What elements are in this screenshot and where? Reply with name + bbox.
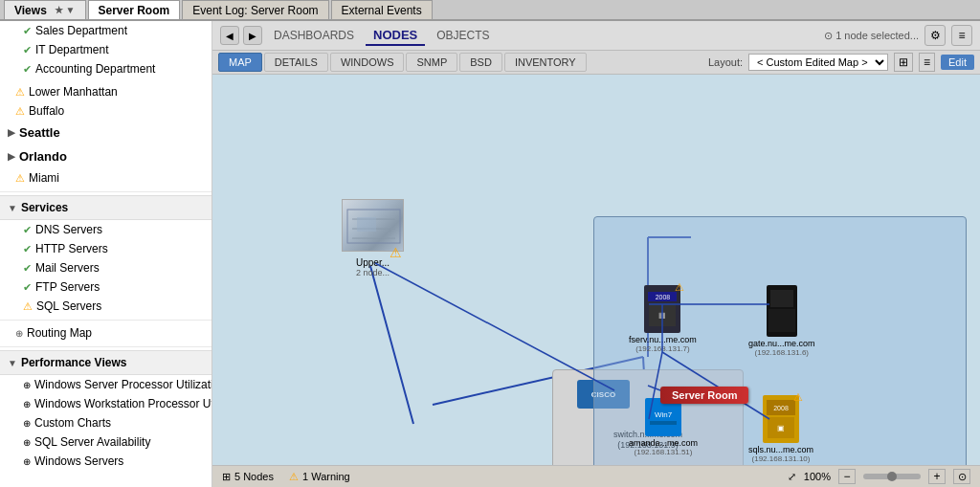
sidebar-item-sql[interactable]: ⚠ SQL Servers xyxy=(0,297,212,316)
sidebar-item-win-server-proc[interactable]: ⊕ Windows Server Processor Utilization xyxy=(0,375,212,394)
gate-label: gate.nu...me.com xyxy=(748,339,815,348)
sidebar-item-win-ws-proc[interactable]: ⊕ Windows Workstation Processor Utilizat… xyxy=(0,394,212,413)
svg-line-0 xyxy=(370,266,413,424)
list-view-button[interactable]: ≡ xyxy=(919,53,935,72)
amanda-sublabel: (192.168.131.51) xyxy=(635,448,693,456)
settings-button[interactable]: ⚙ xyxy=(924,25,946,46)
sql-label: SQL Servers xyxy=(36,299,101,313)
warning-icon: ⚠ xyxy=(289,471,299,483)
warning-icon: ⚠ xyxy=(23,300,33,313)
views-panel-header: Views ★ ▼ xyxy=(4,0,86,19)
upper-node-thumbnail xyxy=(342,199,404,252)
sidebar-item-dns[interactable]: ✔ DNS Servers xyxy=(0,220,212,239)
tab-event-log[interactable]: Event Log: Server Room xyxy=(182,0,328,19)
tab-map[interactable]: MAP xyxy=(218,53,262,72)
zoom-out-button[interactable]: − xyxy=(838,469,856,484)
fit-button[interactable]: ⊙ xyxy=(953,469,970,484)
edit-button[interactable]: Edit xyxy=(941,55,974,70)
zoom-level: 100% xyxy=(804,471,831,482)
nodes-nav[interactable]: NODES xyxy=(366,26,425,46)
check-icon: ✔ xyxy=(23,262,32,275)
grid-view-button[interactable]: ⊞ xyxy=(894,53,913,72)
sidebar-item-http[interactable]: ✔ HTTP Servers xyxy=(0,239,212,258)
win-ws-proc-label: Windows Workstation Processor Utilizatio… xyxy=(34,397,212,410)
fserv-sublabel: (192.168.131.7) xyxy=(635,344,690,353)
perf-icon: ⊕ xyxy=(23,399,31,410)
sidebar-item-ftp[interactable]: ✔ FTP Servers xyxy=(0,277,212,297)
resize-icon: ⤢ xyxy=(788,471,796,483)
upper-node-sublabel: 2 node... xyxy=(356,268,390,277)
routing-icon: ⊕ xyxy=(15,328,23,339)
tab-snmp[interactable]: SNMP xyxy=(406,53,457,72)
sidebar-item-lower-manhattan[interactable]: ⚠ Lower Manhattan xyxy=(0,82,212,101)
upper-node-warning: ⚠ xyxy=(390,245,402,260)
warning-icon: ⚠ xyxy=(15,105,25,118)
status-right: ⤢ 100% − + ⊙ xyxy=(788,469,970,484)
sidebar-item-sales[interactable]: ✔ Sales Department xyxy=(0,21,212,40)
node-sqls[interactable]: 2008 ▣ ⚠ sqls.nu...me.com (192.168.131.1… xyxy=(748,395,813,463)
gate-sublabel: (192.168.131.6) xyxy=(755,348,810,357)
dashboards-nav[interactable]: DASHBOARDS xyxy=(266,27,362,44)
sales-label: Sales Department xyxy=(35,24,127,37)
collapse-icon: ▼ xyxy=(8,203,17,213)
fserv-icon: 2008 ▦ ⚠ xyxy=(644,285,680,333)
tab-details[interactable]: DETAILS xyxy=(264,53,328,72)
amanda-label: amanda...me.com xyxy=(629,438,698,448)
toolbar2: MAP DETAILS WINDOWS SNMP BSD INVENTORY L… xyxy=(212,51,980,75)
sidebar-item-it[interactable]: ✔ IT Department xyxy=(0,40,212,59)
menu-button[interactable]: ≡ xyxy=(951,25,972,46)
back-button[interactable]: ◀ xyxy=(220,26,239,45)
gate-icon xyxy=(767,285,797,337)
amanda-icon: Win7 ⚠ xyxy=(645,398,681,436)
services-header-label: Services xyxy=(21,201,68,214)
node-selected-indicator: ⊙ 1 node selected... xyxy=(824,30,919,42)
perf-icon: ⊕ xyxy=(23,380,31,390)
mail-label: Mail Servers xyxy=(35,261,100,275)
forward-button[interactable]: ▶ xyxy=(243,26,262,45)
warn-badge: ⚠ xyxy=(793,391,803,404)
sidebar-item-orlando[interactable]: ▶ Orlando xyxy=(0,144,212,168)
content-area: ◀ ▶ DASHBOARDS NODES OBJECTS ⊙ 1 node se… xyxy=(212,21,980,487)
layout-select[interactable]: < Custom Edited Map > xyxy=(748,54,888,71)
http-label: HTTP Servers xyxy=(35,242,108,255)
orlando-label: Orlando xyxy=(19,149,67,164)
performance-section-header[interactable]: ▼ Performance Views xyxy=(0,350,212,375)
buffalo-label: Buffalo xyxy=(29,104,64,118)
sidebar-item-miami[interactable]: ⚠ Miami xyxy=(0,168,212,188)
check-icon: ✔ xyxy=(23,25,32,37)
warn-badge: ⚠ xyxy=(675,281,684,294)
node-gate[interactable]: gate.nu...me.com (192.168.131.6) xyxy=(748,285,815,357)
check-icon: ✔ xyxy=(23,243,32,255)
upper-node[interactable]: ⚠ Upper... 2 node... xyxy=(342,199,404,277)
node-amanda[interactable]: Win7 ⚠ amanda...me.com (192.168.131.51) xyxy=(629,398,698,456)
sql-avail-label: SQL Server Availability xyxy=(34,435,150,449)
server-room-label: Server Room xyxy=(660,387,748,404)
svg-rect-9 xyxy=(357,217,376,232)
sidebar-item-routing[interactable]: ⊕ Routing Map xyxy=(0,323,212,343)
sidebar-item-sql-avail[interactable]: ⊕ SQL Server Availability xyxy=(0,432,212,452)
zoom-in-button[interactable]: + xyxy=(928,469,946,484)
sidebar-item-mail[interactable]: ✔ Mail Servers xyxy=(0,258,212,277)
objects-nav[interactable]: OBJECTS xyxy=(429,27,497,44)
map-canvas[interactable]: ⚠ Upper... 2 node... CISCO switch.n...me… xyxy=(212,75,980,465)
tab-windows[interactable]: WINDOWS xyxy=(330,53,405,72)
node-fserv[interactable]: 2008 ▦ ⚠ fserv.nu...me.com (192.168.131.… xyxy=(629,285,697,353)
services-section-header[interactable]: ▼ Services xyxy=(0,195,212,220)
fserv-label: fserv.nu...me.com xyxy=(629,335,697,344)
sqls-sublabel: (192.168.131.10) xyxy=(752,454,811,463)
ftp-label: FTP Servers xyxy=(35,280,100,294)
sidebar-item-custom-charts[interactable]: ⊕ Custom Charts xyxy=(0,413,212,432)
tab-server-room[interactable]: Server Room xyxy=(88,0,181,19)
sidebar-item-seattle[interactable]: ▶ Seattle xyxy=(0,121,212,144)
tab-bsd[interactable]: BSD xyxy=(459,53,502,72)
zoom-slider[interactable] xyxy=(863,474,921,479)
nodes-count: ⊞ 5 Nodes xyxy=(222,471,274,483)
sidebar-item-accounting[interactable]: ✔ Accounting Department xyxy=(0,59,212,78)
tab-inventory[interactable]: INVENTORY xyxy=(504,53,587,72)
miami-label: Miami xyxy=(29,171,59,185)
sidebar-item-win-servers[interactable]: ⊕ Windows Servers xyxy=(0,452,212,471)
sidebar-item-buffalo[interactable]: ⚠ Buffalo xyxy=(0,101,212,121)
routing-label: Routing Map xyxy=(27,326,92,340)
performance-header-label: Performance Views xyxy=(21,356,127,369)
tab-external-events[interactable]: External Events xyxy=(331,0,433,19)
